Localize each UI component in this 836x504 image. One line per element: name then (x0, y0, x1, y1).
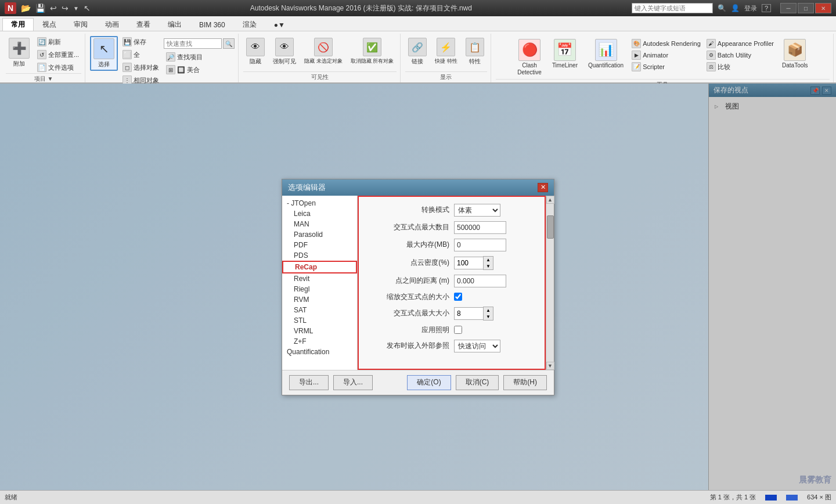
scroll-down-button[interactable]: ▼ (546, 362, 554, 370)
tree-man[interactable]: MAN (282, 219, 357, 229)
scroll-thumb[interactable] (547, 215, 554, 239)
max-size-down-button[interactable]: ▼ (484, 314, 493, 320)
tree-zpf[interactable]: Z+F (282, 336, 357, 347)
qa-open-icon[interactable]: 📂 (21, 3, 31, 13)
search-icon[interactable]: 🔍 (718, 4, 726, 12)
display-buttons: 🔗 链接 ⚡ 快捷 特性 📋 特性 (405, 34, 487, 71)
tab-review[interactable]: 审阅 (65, 18, 96, 31)
convert-mode-select[interactable]: 体素 实体 曲面 (454, 204, 500, 217)
tab-bim360[interactable]: BIM 360 (190, 18, 234, 31)
appearance-profiler-button[interactable]: 🖌 Appearance Profiler (705, 38, 776, 49)
tab-home[interactable]: 常用 (2, 18, 34, 31)
tab-animation[interactable]: 动画 (96, 18, 128, 31)
save-selection-icon: 💾 (122, 37, 132, 46)
tab-render[interactable]: 渲染 (234, 18, 265, 31)
merge-button[interactable]: ⊞ 🔲 美合 (164, 64, 235, 75)
autodesk-rendering-button[interactable]: 🎨 Autodesk Rendering (630, 38, 702, 49)
tree-recap[interactable]: ReCap (282, 261, 357, 273)
max-size-input[interactable] (454, 307, 483, 320)
qa-more-icon[interactable]: ▼ (73, 5, 79, 12)
lighting-checkbox[interactable] (454, 326, 462, 334)
tab-more[interactable]: ●▼ (265, 18, 294, 31)
quick-find-button[interactable]: 🔍 (223, 38, 235, 49)
login-label[interactable]: 登录 (744, 4, 757, 13)
tab-viewpoint[interactable]: 视点 (34, 18, 65, 31)
tab-output[interactable]: 编出 (159, 18, 190, 31)
scripter-button[interactable]: 📝 Scripter (630, 62, 702, 72)
tree-sat[interactable]: SAT (282, 305, 357, 315)
max-points-input[interactable] (454, 221, 506, 234)
minimize-button[interactable]: ─ (780, 3, 797, 13)
display-group-label[interactable]: 显示 (405, 71, 487, 82)
user-icon[interactable]: 👤 (731, 4, 740, 12)
file-options-button[interactable]: 📄 文件选项 (35, 62, 81, 73)
select-obj-button[interactable]: ◻ 选择对象 (120, 62, 161, 73)
add-button[interactable]: ➕ 附加 (6, 36, 33, 70)
status-indicator1[interactable] (765, 495, 777, 501)
import-button[interactable]: 导入... (333, 375, 373, 390)
select-button[interactable]: ↖ 选择 (90, 36, 118, 71)
properties-button[interactable]: 📋 特性 (463, 36, 487, 67)
max-memory-input[interactable] (454, 239, 506, 251)
tree-parasolid[interactable]: Parasolid (282, 229, 357, 240)
global-search-input[interactable] (632, 3, 713, 13)
save-selection-button[interactable]: 💾 保存 (120, 36, 161, 48)
tree-revit[interactable]: Revit (282, 273, 357, 284)
max-points-label: 交互式点最大数目 (368, 222, 449, 232)
status-indicator2[interactable] (786, 495, 798, 501)
help-button[interactable]: 帮助(H) (503, 375, 547, 390)
close-button[interactable]: ✕ (815, 3, 831, 13)
quantification-button[interactable]: 📊 Quantification (584, 36, 628, 71)
force-visible-icon: 👁 (275, 38, 294, 56)
hide-button[interactable]: 👁 隐藏 (243, 36, 268, 67)
compare-button[interactable]: ⚖ 比较 (705, 62, 776, 72)
density-input[interactable] (454, 257, 483, 269)
qa-save-icon[interactable]: 💾 (35, 3, 45, 13)
quick-find-input[interactable] (164, 38, 222, 49)
project-group-label[interactable]: 项目 ▼ (6, 73, 81, 84)
tree-rvm[interactable]: RVM (282, 294, 357, 305)
tree-leica[interactable]: Leica (282, 208, 357, 219)
qa-redo-icon[interactable]: ↪ (62, 3, 69, 13)
show-all-button[interactable]: ✅ 取消隐藏 所有对象 (348, 36, 397, 67)
tree-quantification[interactable]: Quantification (282, 347, 357, 357)
hide-unselected-button[interactable]: 🚫 隐藏 未选定对象 (301, 36, 345, 67)
batch-utility-button[interactable]: ⚙ Batch Utility (705, 50, 776, 60)
dialog-scrollbar[interactable]: ▲ ▼ (546, 196, 554, 370)
qa-undo-icon[interactable]: ↩ (50, 3, 57, 13)
tree-riegl[interactable]: Riegl (282, 284, 357, 294)
dialog-close-button[interactable]: ✕ (538, 183, 548, 192)
tab-view[interactable]: 查看 (128, 18, 159, 31)
force-visible-button[interactable]: 👁 强制可见 (270, 36, 299, 67)
density-up-button[interactable]: ▲ (484, 257, 493, 263)
distance-input[interactable] (454, 275, 506, 287)
datatools-button[interactable]: 📦 DataTools (778, 36, 812, 71)
all-button[interactable]: ⬜ 全 (120, 49, 161, 60)
timeliner-button[interactable]: 📅 TimeLiner (548, 36, 582, 71)
scale-checkbox[interactable] (454, 293, 462, 301)
refresh-button[interactable]: 🔄 刷新 (35, 36, 81, 48)
info-icon[interactable]: ? (762, 4, 771, 12)
find-items-button[interactable]: 🔎 查找项目 (164, 51, 235, 63)
scroll-up-button[interactable]: ▲ (546, 196, 554, 204)
quick-props-button[interactable]: ⚡ 快捷 特性 (432, 36, 460, 67)
animator-button[interactable]: ▶ Animator (630, 50, 702, 60)
reset-all-button[interactable]: ↺ 全部重置... (35, 49, 81, 60)
embed-select[interactable]: 快速访问 完整 无 (454, 340, 500, 352)
link-button[interactable]: 🔗 链接 (405, 36, 430, 67)
export-button[interactable]: 导出... (289, 375, 329, 390)
tree-pds[interactable]: PDS (282, 250, 357, 261)
tree-jtopen[interactable]: - JTOpen (282, 198, 357, 208)
cancel-button[interactable]: 取消(C) (456, 375, 499, 390)
ok-button[interactable]: 确定(O) (407, 375, 451, 390)
density-down-button[interactable]: ▼ (484, 263, 493, 269)
visible-group-label[interactable]: 可见性 (243, 71, 397, 82)
tree-pdf[interactable]: PDF (282, 240, 357, 250)
maximize-button[interactable]: □ (798, 3, 814, 13)
file-options-icon: 📄 (37, 63, 46, 72)
tree-vrml[interactable]: VRML (282, 326, 357, 336)
max-size-up-button[interactable]: ▲ (484, 307, 493, 314)
clash-detective-button[interactable]: 🔴 ClashDetective (513, 36, 546, 79)
tree-stl[interactable]: STL (282, 315, 357, 326)
select-icon[interactable]: ↖ (84, 3, 91, 13)
